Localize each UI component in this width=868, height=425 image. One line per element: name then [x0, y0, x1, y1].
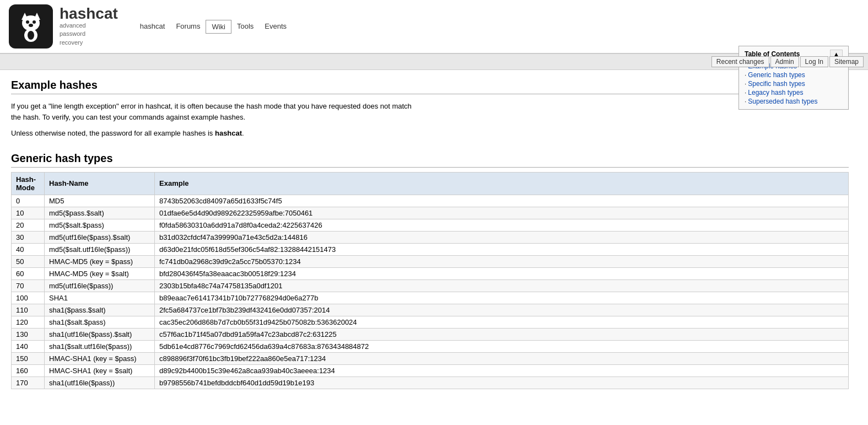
cell-name: sha1($pass.$salt): [45, 304, 155, 316]
cell-mode: 150: [12, 352, 45, 364]
nav-wiki[interactable]: Wiki: [206, 20, 231, 34]
recent-changes-button[interactable]: Recent changes: [711, 56, 769, 67]
toc-list: Example hashes Generic hash types Specif…: [745, 62, 843, 106]
table-row: 120sha1($salt.$pass)cac35ec206d868b7d7cb…: [12, 316, 849, 328]
svg-point-6: [29, 24, 33, 27]
cell-example: d89c92b4400b15c39e462a8caa939ab40c3aeeea…: [155, 364, 849, 376]
cell-name: HMAC-MD5 (key = $pass): [45, 255, 155, 267]
nav-events[interactable]: Events: [259, 20, 292, 34]
generic-section-title: Generic hash types: [11, 152, 849, 168]
cell-example: b9798556b741befdbddcbf640d1dd59d19b1e193: [155, 376, 849, 389]
cell-name: md5($salt.utf16le($pass)): [45, 243, 155, 255]
intro-text-before: Unless otherwise noted, the password for…: [11, 129, 215, 137]
logo-text: hashcat advancedpasswordrecovery: [60, 6, 118, 47]
cell-example: fc741db0a2968c39d9c2a5cc75b05370:1234: [155, 255, 849, 267]
admin-button[interactable]: Admin: [770, 56, 799, 67]
cell-mode: 20: [12, 219, 45, 231]
cell-name: md5(utf16le($pass)): [45, 279, 155, 292]
table-row: 130sha1(utf16le($pass).$salt)c57f6ac1b71…: [12, 328, 849, 340]
cell-mode: 140: [12, 340, 45, 352]
table-row: 30md5(utf16le($pass).$salt)b31d032cfdcf4…: [12, 231, 849, 243]
intro-paragraph-1: If you get a "line length exception" err…: [11, 101, 419, 122]
table-row: 170sha1(utf16le($pass))b9798556b741befdb…: [12, 376, 849, 389]
cell-name: HMAC-SHA1 (key = $salt): [45, 364, 155, 376]
nav-forums[interactable]: Forums: [170, 20, 206, 34]
cell-mode: 120: [12, 316, 45, 328]
cell-mode: 50: [12, 255, 45, 267]
table-row: 70md5(utf16le($pass))2303b15bfa48c74a747…: [12, 279, 849, 292]
table-row: 150HMAC-SHA1 (key = $pass)c898896f3f70f6…: [12, 352, 849, 364]
cell-mode: 0: [12, 195, 45, 207]
sitemap-button[interactable]: Sitemap: [829, 56, 864, 67]
cell-example: b31d032cfdcf47a399990a71e43c5d2a:144816: [155, 231, 849, 243]
toc-link-generic[interactable]: Generic hash types: [748, 71, 805, 79]
cell-mode: 100: [12, 292, 45, 304]
cell-example: 2303b15bfa48c74a74758135a0df1201: [155, 279, 849, 292]
svg-point-5: [33, 20, 36, 24]
table-row: 140sha1($salt.utf16le($pass))5db61e4cd87…: [12, 340, 849, 352]
col-header-mode: Hash-Mode: [12, 172, 45, 195]
svg-point-4: [26, 20, 29, 24]
col-header-example: Example: [155, 172, 849, 195]
nav-tools[interactable]: Tools: [231, 20, 259, 34]
cell-name: md5($salt.$pass): [45, 219, 155, 231]
table-row: 50HMAC-MD5 (key = $pass)fc741db0a2968c39…: [12, 255, 849, 267]
logo-image: [9, 4, 53, 49]
main-nav: hashcat Forums Wiki Tools Events: [134, 20, 292, 34]
logo-svg: [17, 10, 45, 43]
toc-item: Superseded hash types: [745, 97, 843, 106]
hash-table: Hash-Mode Hash-Name Example 0MD58743b520…: [11, 172, 849, 389]
toc-item: Generic hash types: [745, 71, 843, 79]
table-row: 40md5($salt.utf16le($pass))d63d0e21fdc05…: [12, 243, 849, 255]
cell-mode: 60: [12, 267, 45, 279]
svg-point-7: [28, 31, 34, 40]
cell-example: f0fda58630310a6dd91a7d8f0a4ceda2:4225637…: [155, 219, 849, 231]
svg-point-2: [22, 15, 40, 31]
table-row: 10md5($pass.$salt)01dfae6e5d4d90d9892622…: [12, 207, 849, 219]
cell-name: md5(utf16le($pass).$salt): [45, 231, 155, 243]
toc-link-legacy[interactable]: Legacy hash types: [748, 89, 803, 96]
table-header-row: Hash-Mode Hash-Name Example: [12, 172, 849, 195]
cell-name: sha1(utf16le($pass)): [45, 376, 155, 389]
toc-link-specific[interactable]: Specific hash types: [748, 80, 805, 88]
cell-mode: 130: [12, 328, 45, 340]
table-row: 110sha1($pass.$salt)2fc5a684737ce1bf7b3b…: [12, 304, 849, 316]
cell-name: sha1($salt.$pass): [45, 316, 155, 328]
login-button[interactable]: Log In: [800, 56, 828, 67]
table-row: 160HMAC-SHA1 (key = $salt)d89c92b4400b15…: [12, 364, 849, 376]
cell-example: b89eaac7e61417341b710b727768294d0e6a277b: [155, 292, 849, 304]
toc-link-superseded[interactable]: Superseded hash types: [748, 98, 817, 105]
cell-example: d63d0e21fdc05f618d55ef306c54af82:1328844…: [155, 243, 849, 255]
header: hashcat advancedpasswordrecovery hashcat…: [0, 0, 868, 54]
cell-example: c57f6ac1b71f45a07dbd91a59fa47c23abcd87c2…: [155, 328, 849, 340]
cell-name: sha1($salt.utf16le($pass)): [45, 340, 155, 352]
table-row: 60HMAC-MD5 (key = $salt)bfd280436f45fa38…: [12, 267, 849, 279]
cell-example: c898896f3f70f61bc3fb19bef222aa860e5ea717…: [155, 352, 849, 364]
cell-example: 8743b52063cd84097a65d1633f5c74f5: [155, 195, 849, 207]
cell-name: HMAC-MD5 (key = $salt): [45, 267, 155, 279]
intro-bold: hashcat: [215, 129, 242, 137]
cell-mode: 30: [12, 231, 45, 243]
cell-name: md5($pass.$salt): [45, 207, 155, 219]
toc-item: Legacy hash types: [745, 88, 843, 97]
cell-mode: 110: [12, 304, 45, 316]
cell-example: cac35ec206d868b7d7cb0b55f31d9425b075082b…: [155, 316, 849, 328]
nav-hashcat[interactable]: hashcat: [134, 20, 171, 34]
cell-mode: 10: [12, 207, 45, 219]
table-of-contents: Table of Contents ▲ Example hashes Gener…: [738, 46, 849, 110]
cell-example: 2fc5a684737ce1bf7b3b239df432416e0dd07357…: [155, 304, 849, 316]
cell-mode: 70: [12, 279, 45, 292]
cell-mode: 160: [12, 364, 45, 376]
cell-mode: 40: [12, 243, 45, 255]
content-area: Table of Contents ▲ Example hashes Gener…: [0, 70, 860, 398]
cell-name: sha1(utf16le($pass).$salt): [45, 328, 155, 340]
logo-block: hashcat advancedpasswordrecovery: [9, 4, 118, 49]
table-row: 100SHA1b89eaac7e61417341b710b727768294d0…: [12, 292, 849, 304]
site-title: hashcat: [60, 6, 118, 21]
cell-mode: 170: [12, 376, 45, 389]
cell-example: 5db61e4cd8776c7969cfd62456da639a4c87683a…: [155, 340, 849, 352]
cell-example: bfd280436f45fa38eaacac3b00518f29:1234: [155, 267, 849, 279]
table-row: 0MD58743b52063cd84097a65d1633f5c74f5: [12, 195, 849, 207]
table-row: 20md5($salt.$pass)f0fda58630310a6dd91a7d…: [12, 219, 849, 231]
cell-name: HMAC-SHA1 (key = $pass): [45, 352, 155, 364]
